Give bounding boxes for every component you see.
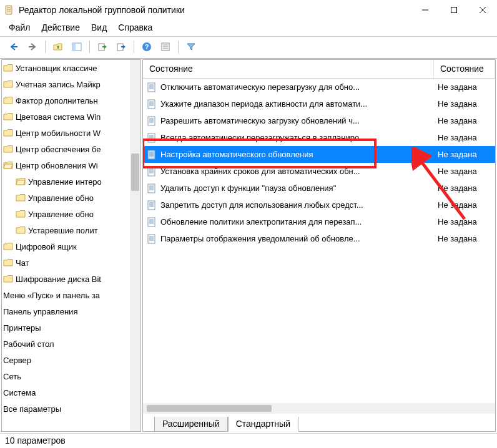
tree-item[interactable]: Управление интеро xyxy=(2,173,140,190)
tree-item-label: Управление интеро xyxy=(28,177,102,187)
tab-extended[interactable]: Расширенный xyxy=(154,417,228,432)
tree-item[interactable]: Принтеры xyxy=(2,319,140,336)
folder-icon xyxy=(16,226,26,235)
folder-icon xyxy=(16,193,26,202)
tree-item-label: Принтеры xyxy=(3,323,41,333)
filter-button[interactable] xyxy=(184,39,199,54)
tree-item[interactable]: Устаревшие полит xyxy=(2,222,140,238)
folder-icon xyxy=(3,275,13,283)
window-title: Редактор локальной групповой политики xyxy=(19,5,411,15)
scrollbar-thumb[interactable] xyxy=(147,405,272,412)
toolbar: ? xyxy=(0,37,497,59)
policy-state: Не задана xyxy=(434,133,495,142)
policy-name: Отключить автоматическую перезагрузку дл… xyxy=(160,82,360,92)
policy-row[interactable]: Разрешить автоматическую загрузку обновл… xyxy=(143,112,495,129)
tree-item[interactable]: Система xyxy=(2,384,140,401)
svg-rect-5 xyxy=(451,7,457,13)
policy-state: Не задана xyxy=(434,200,495,210)
close-button[interactable] xyxy=(468,0,497,20)
tree-item[interactable]: Панель управления xyxy=(2,303,140,319)
tree-item[interactable]: Фактор дополнительн xyxy=(2,92,140,109)
column-header-state[interactable]: Состояние xyxy=(434,60,495,78)
export-button[interactable] xyxy=(95,39,110,54)
status-bar: 10 параметров xyxy=(0,433,497,448)
policy-row[interactable]: Отключить автоматическую перезагрузку дл… xyxy=(143,79,495,95)
svg-text:?: ? xyxy=(145,43,149,51)
tree-item-label: Цветовая система Win xyxy=(16,112,101,122)
policy-icon xyxy=(147,167,157,177)
details-pane: Состояние Состояние Отключить автоматиче… xyxy=(142,59,496,432)
policy-state: Не задана xyxy=(434,116,495,125)
tree-item[interactable]: Центр обновления Wi xyxy=(2,157,140,173)
folder-up-button[interactable] xyxy=(51,39,66,54)
folder-icon xyxy=(3,129,13,137)
refresh-button[interactable] xyxy=(114,39,129,54)
menu-view[interactable]: Вид xyxy=(91,22,107,32)
tree-item-label: Шифрование диска Bit xyxy=(16,275,101,284)
policy-name: Обновление политики электропитания для п… xyxy=(160,217,362,226)
policy-row[interactable]: Запретить доступ для использования любых… xyxy=(143,197,495,213)
scrollbar-thumb[interactable] xyxy=(131,153,139,191)
help-button[interactable]: ? xyxy=(139,39,154,54)
tree-item[interactable]: Управление обно xyxy=(2,206,140,222)
tree-item-label: Установщик классиче xyxy=(16,64,97,73)
policy-name: Удалить доступ к функции "пауза обновлен… xyxy=(160,183,336,193)
policy-row[interactable]: Установка крайних сроков для автоматичес… xyxy=(143,163,495,180)
toolbar-divider xyxy=(45,41,46,53)
policy-state: Не задана xyxy=(434,183,495,193)
tree-item-label: Цифровой ящик xyxy=(16,242,77,251)
tree-item[interactable]: Рабочий стол xyxy=(2,336,140,352)
tree-item[interactable]: Чат xyxy=(2,255,140,271)
policy-icon xyxy=(147,99,157,109)
tab-standard[interactable]: Стандартный xyxy=(228,417,298,432)
tree-item-label: Центр мобильности W xyxy=(16,129,101,138)
horizontal-scrollbar[interactable] xyxy=(143,403,495,414)
tree-item-label: Центр обеспечения бе xyxy=(16,145,101,154)
tree-item-label: Все параметры xyxy=(3,404,61,414)
folder-icon xyxy=(3,258,13,267)
tree-item[interactable]: Шифрование диска Bit xyxy=(2,271,140,287)
show-hide-tree-button[interactable] xyxy=(69,39,84,54)
menu-help[interactable]: Справка xyxy=(118,22,152,32)
policy-row[interactable]: Всегда автоматически перезагружаться в з… xyxy=(143,129,495,146)
grid-header: Состояние Состояние xyxy=(143,60,495,79)
folder-icon xyxy=(16,210,26,218)
app-icon xyxy=(4,4,15,16)
maximize-button[interactable] xyxy=(440,0,468,20)
menu-file[interactable]: Файл xyxy=(9,22,30,32)
back-button[interactable] xyxy=(6,39,21,54)
folder-icon xyxy=(3,96,13,105)
menu-action[interactable]: Действие xyxy=(41,22,80,32)
policy-row[interactable]: Параметры отображения уведомлений об обн… xyxy=(143,230,495,247)
tree-item[interactable]: Центр обеспечения бе xyxy=(2,141,140,157)
tree-item[interactable]: Цифровой ящик xyxy=(2,238,140,255)
tree-item-label: Рабочий стол xyxy=(3,339,54,349)
tree-pane: Установщик классичеУчетная запись МайкрФ… xyxy=(1,59,141,432)
policy-row[interactable]: Удалить доступ к функции "пауза обновлен… xyxy=(143,180,495,197)
policy-state: Не задана xyxy=(434,234,495,243)
tree-item[interactable]: Все параметры xyxy=(2,401,140,417)
tree-item[interactable]: Сеть xyxy=(2,368,140,384)
toolbar-divider xyxy=(178,41,179,53)
policy-icon xyxy=(147,234,157,244)
policy-icon xyxy=(147,82,157,92)
tree-scrollbar[interactable] xyxy=(130,60,140,431)
tree-item[interactable]: Учетная запись Майкр xyxy=(2,76,140,92)
tree-item[interactable]: Центр мобильности W xyxy=(2,125,140,141)
tree-item[interactable]: Сервер xyxy=(2,352,140,368)
policy-icon xyxy=(147,116,157,126)
policy-row[interactable]: Укажите диапазон периода активности для … xyxy=(143,95,495,112)
forward-button[interactable] xyxy=(25,39,40,54)
tree-item[interactable]: Установщик классиче xyxy=(2,60,140,76)
tree-item[interactable]: Управление обно xyxy=(2,190,140,206)
tree-item[interactable]: Меню «Пуск» и панель за xyxy=(2,287,140,303)
minimize-button[interactable] xyxy=(411,0,440,20)
tree-item-label: Учетная запись Майкр xyxy=(16,80,101,89)
tree-item[interactable]: Цветовая система Win xyxy=(2,109,140,125)
policy-row[interactable]: Настройка автоматического обновленияНе з… xyxy=(143,146,495,163)
properties-button[interactable] xyxy=(158,39,173,54)
policy-state: Не задана xyxy=(434,82,495,92)
policy-row[interactable]: Обновление политики электропитания для п… xyxy=(143,213,495,230)
policy-name: Всегда автоматически перезагружаться в з… xyxy=(160,133,366,142)
column-header-name[interactable]: Состояние xyxy=(143,60,434,78)
